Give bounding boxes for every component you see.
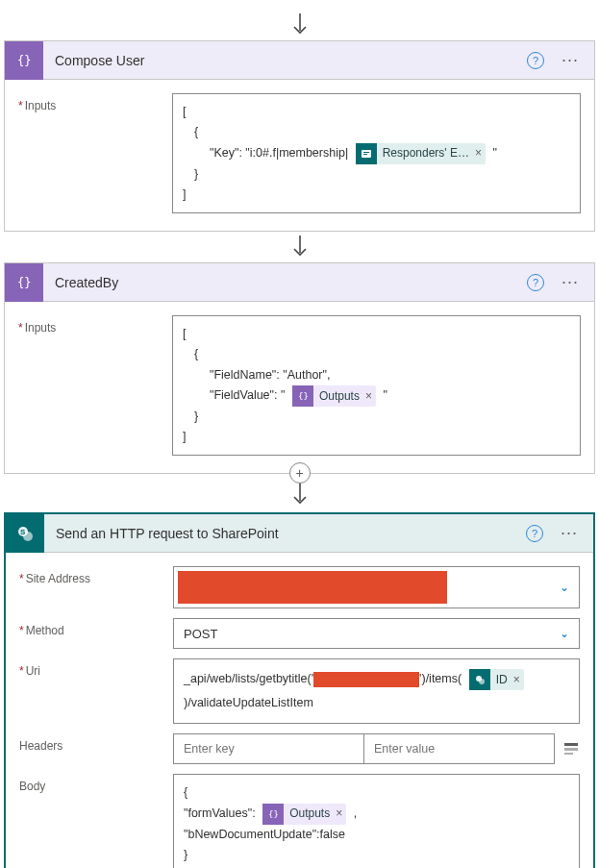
method-value: POST <box>184 627 217 641</box>
sharepoint-token-icon <box>469 669 490 690</box>
action-header[interactable]: {} Compose User ? ··· <box>5 41 594 80</box>
sharepoint-icon: S <box>6 514 44 553</box>
action-compose-user[interactable]: {} Compose User ? ··· Inputs [ { "Key": … <box>4 40 595 232</box>
action-header[interactable]: S Send an HTTP request to SharePoint ? ·… <box>6 514 593 553</box>
method-select[interactable]: POST ⌄ <box>173 618 580 649</box>
add-step-button[interactable]: + <box>289 462 311 484</box>
text-mode-toggle-icon[interactable] <box>562 740 580 757</box>
headers-kv <box>173 733 580 764</box>
chevron-down-icon: ⌄ <box>560 581 569 594</box>
header-value-input[interactable] <box>364 734 554 763</box>
svg-rect-3 <box>363 154 367 155</box>
action-body: Inputs [ { "FieldName": "Author", "Field… <box>5 302 594 473</box>
action-body: Inputs [ { "Key": "i:0#.f|membership| Re… <box>5 80 594 231</box>
token-remove[interactable]: × <box>365 386 372 406</box>
header-key-input[interactable] <box>174 734 363 763</box>
svg-point-10 <box>479 679 485 684</box>
inputs-field[interactable]: [ { "FieldName": "Author", "FieldValue":… <box>172 315 581 456</box>
token-responders-email[interactable]: Responders' E… × <box>356 143 486 164</box>
site-address-label: Site Address <box>19 566 173 585</box>
token-outputs[interactable]: {} Outputs × <box>292 385 376 407</box>
action-body: Site Address ⌄ Method POST ⌄ Uri _a <box>6 553 593 868</box>
help-icon[interactable]: ? <box>526 525 543 542</box>
svg-rect-13 <box>564 753 573 755</box>
uri-field[interactable]: _api/web/lists/getbytitle('')/items( ID … <box>173 658 580 724</box>
action-title: CreatedBy <box>55 275 515 290</box>
svg-text:S: S <box>20 528 26 536</box>
flow-arrow: + <box>4 474 595 512</box>
token-id[interactable]: ID × <box>469 669 524 690</box>
more-menu[interactable]: ··· <box>555 523 584 543</box>
token-remove[interactable]: × <box>336 804 342 823</box>
help-icon[interactable]: ? <box>527 52 544 69</box>
flow-arrow <box>4 232 595 262</box>
compose-token-icon: {} <box>292 385 313 407</box>
compose-icon: {} <box>5 41 43 80</box>
svg-rect-12 <box>564 748 578 751</box>
compose-token-icon: {} <box>262 804 284 825</box>
action-title: Send an HTTP request to SharePoint <box>56 526 514 541</box>
forms-icon <box>356 143 377 164</box>
inputs-label: Inputs <box>18 93 172 112</box>
svg-rect-11 <box>564 743 578 746</box>
more-menu[interactable]: ··· <box>556 272 585 292</box>
inputs-field[interactable]: [ { "Key": "i:0#.f|membership| Responder… <box>172 93 581 213</box>
token-remove[interactable]: × <box>513 668 520 691</box>
token-remove[interactable]: × <box>475 143 482 162</box>
svg-text:{}: {} <box>17 54 31 67</box>
action-header[interactable]: {} CreatedBy ? ··· <box>5 263 594 302</box>
action-http-sharepoint[interactable]: S Send an HTTP request to SharePoint ? ·… <box>4 512 595 868</box>
svg-text:{}: {} <box>298 391 309 401</box>
chevron-down-icon: ⌄ <box>560 627 569 640</box>
body-field[interactable]: { "formValues": {} Outputs × , "bNewDocu… <box>173 774 580 868</box>
svg-text:{}: {} <box>268 809 279 819</box>
redacted-site-value <box>178 571 447 604</box>
action-created-by[interactable]: {} CreatedBy ? ··· Inputs [ { "FieldName… <box>4 262 595 474</box>
help-icon[interactable]: ? <box>527 274 544 291</box>
compose-icon: {} <box>5 263 43 302</box>
svg-rect-2 <box>363 152 369 153</box>
arrow-down-icon <box>292 236 308 259</box>
arrow-down-icon <box>292 13 308 37</box>
redacted-list-title <box>313 672 419 687</box>
token-outputs[interactable]: {} Outputs × <box>262 804 346 825</box>
site-address-select[interactable]: ⌄ <box>173 566 580 608</box>
method-label: Method <box>19 618 173 637</box>
flow-arrow <box>4 10 595 40</box>
headers-label: Headers <box>19 733 173 753</box>
arrow-down-icon <box>292 480 308 507</box>
inputs-label: Inputs <box>18 315 172 335</box>
more-menu[interactable]: ··· <box>556 50 585 70</box>
action-title: Compose User <box>55 53 515 68</box>
body-label: Body <box>19 774 173 793</box>
uri-label: Uri <box>19 658 173 678</box>
svg-text:{}: {} <box>17 276 31 289</box>
